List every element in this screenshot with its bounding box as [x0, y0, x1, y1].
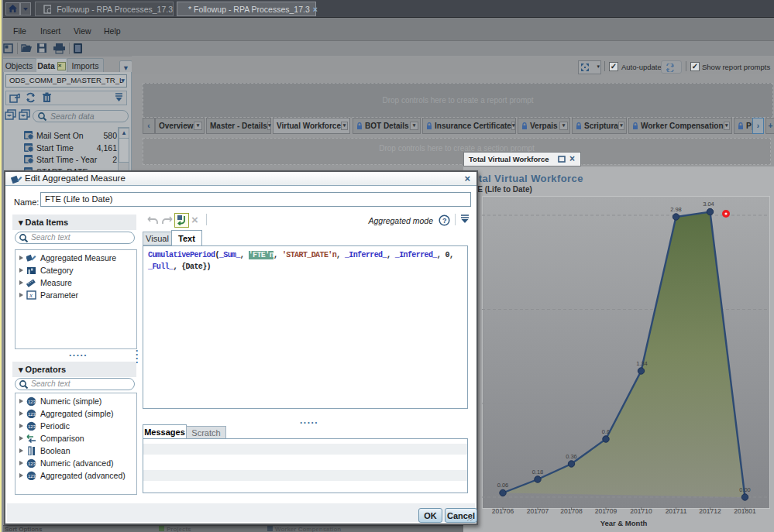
svg-text:1.34: 1.34: [636, 360, 648, 367]
svg-text:3.04: 3.04: [703, 201, 714, 208]
svg-text:201706: 201706: [492, 507, 514, 515]
svg-text:0.6: 0.6: [602, 428, 610, 435]
svg-text:2.98: 2.98: [670, 206, 682, 213]
svg-text:Year & Month: Year & Month: [600, 519, 648, 527]
svg-text:?: ?: [442, 217, 447, 225]
svg-text:0.00: 0.00: [739, 486, 751, 493]
svg-text:0.36: 0.36: [566, 453, 577, 460]
svg-text:0.06: 0.06: [497, 482, 509, 489]
svg-text:123: 123: [28, 400, 36, 404]
svg-text:201708: 201708: [560, 507, 583, 515]
svg-text:123: 123: [28, 474, 36, 479]
svg-text:201710: 201710: [630, 507, 652, 515]
svg-text:123: 123: [28, 412, 36, 417]
svg-text:201712: 201712: [699, 507, 721, 515]
svg-text:0.18: 0.18: [532, 469, 544, 475]
svg-text:123: 123: [28, 462, 36, 466]
svg-text:123: 123: [28, 424, 36, 429]
svg-text:201801: 201801: [734, 507, 756, 515]
svg-text:201709: 201709: [595, 507, 617, 515]
svg-text:201707: 201707: [527, 507, 549, 515]
svg-text:x: x: [29, 291, 33, 299]
svg-text:201711: 201711: [666, 507, 687, 515]
